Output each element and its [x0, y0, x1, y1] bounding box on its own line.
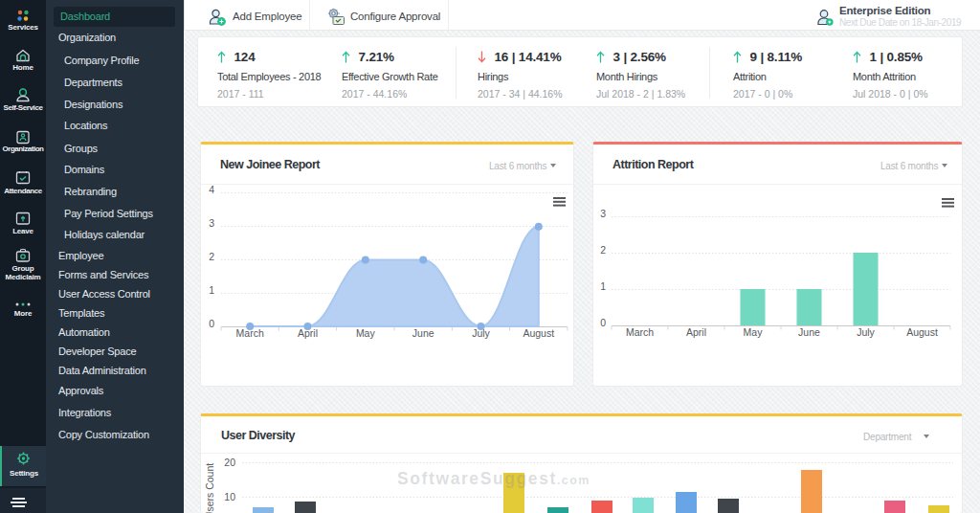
svg-text:0: 0 — [600, 317, 606, 328]
svg-text:Users Count: Users Count — [204, 463, 215, 513]
svg-text:August: August — [906, 326, 938, 338]
svg-text:May: May — [356, 327, 376, 339]
svg-text:3: 3 — [209, 217, 214, 229]
svg-text:June: June — [412, 327, 434, 339]
svg-text:June: June — [798, 326, 820, 338]
svg-text:20: 20 — [224, 457, 235, 468]
svg-text:10: 10 — [224, 491, 235, 502]
svg-text:1: 1 — [600, 280, 606, 292]
svg-text:3: 3 — [600, 208, 606, 219]
svg-text:2: 2 — [600, 244, 606, 256]
svg-text:April: April — [686, 326, 706, 338]
svg-text:1: 1 — [209, 284, 214, 296]
svg-text:4: 4 — [209, 184, 214, 195]
svg-text:March: March — [626, 326, 654, 338]
svg-text:July: July — [857, 326, 875, 338]
svg-text:0: 0 — [209, 318, 214, 329]
svg-text:2: 2 — [209, 251, 214, 262]
svg-text:May: May — [744, 326, 764, 338]
svg-text:August: August — [523, 327, 554, 339]
